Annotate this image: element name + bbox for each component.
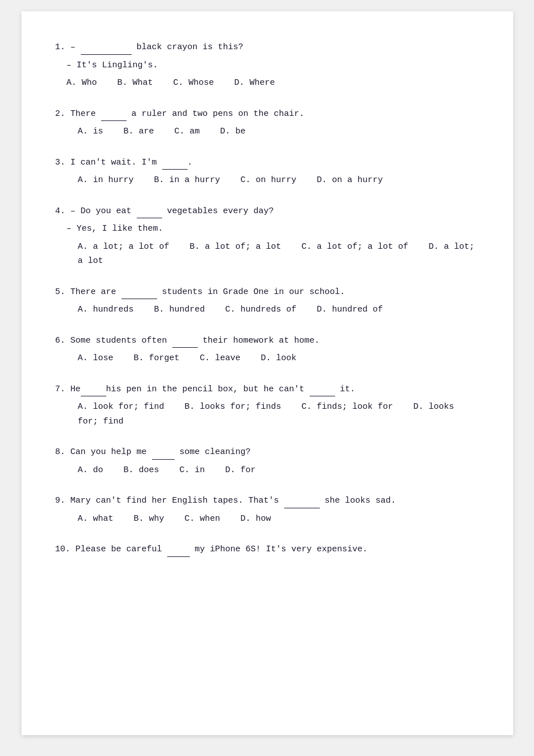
q7-blank1	[81, 382, 106, 397]
q6-options: A. lose B. forget C. leave D. look	[78, 351, 479, 366]
q6-main: 6. Some students often their homework at…	[55, 333, 479, 348]
question-7: 7. He his pen in the pencil box, but he …	[55, 382, 479, 429]
question-2: 2. There a ruler and two pens on the cha…	[55, 106, 479, 139]
q7-blank2	[310, 382, 335, 397]
q10-main: 10. Please be careful my iPhone 6S! It's…	[55, 542, 479, 557]
q1-options: A. Who B. What C. Whose D. Where	[67, 76, 479, 90]
q5-options: A. hundreds B. hundred C. hundreds of D.…	[78, 303, 479, 317]
q8-options: A. do B. does C. in D. for	[78, 463, 479, 478]
q1-main: 1. – black crayon is this?	[55, 40, 479, 55]
q5-blank	[121, 284, 157, 300]
question-10: 10. Please be careful my iPhone 6S! It's…	[55, 542, 479, 557]
question-8: 8. Can you help me some cleaning? A. do …	[55, 444, 479, 477]
page: 1. – black crayon is this? – It's Lingli…	[21, 11, 513, 735]
q7-options: A. look for; find B. looks for; finds C.…	[78, 400, 479, 429]
q1-blank	[81, 40, 132, 55]
q9-options: A. what B. why C. when D. how	[78, 512, 479, 526]
q3-blank	[162, 155, 188, 170]
q8-blank	[152, 444, 175, 460]
q1-sub: – It's Lingling's.	[67, 58, 479, 73]
q4-options: A. a lot; a lot of B. a lot of; a lot C.…	[78, 240, 479, 269]
q3-main: 3. I can't wait. I'm .	[55, 155, 479, 170]
q6-blank	[172, 333, 198, 348]
question-9: 9. Mary can't find her English tapes. Th…	[55, 493, 479, 526]
q5-main: 5. There are students in Grade One in ou…	[55, 284, 479, 300]
q8-main: 8. Can you help me some cleaning?	[55, 444, 479, 460]
q2-main: 2. There a ruler and two pens on the cha…	[55, 106, 479, 122]
question-6: 6. Some students often their homework at…	[55, 333, 479, 366]
q2-blank	[101, 106, 127, 122]
q4-main: 4. – Do you eat vegetables every day?	[55, 204, 479, 219]
q3-options: A. in hurry B. in a hurry C. on hurry D.…	[78, 173, 479, 188]
question-5: 5. There are students in Grade One in ou…	[55, 284, 479, 317]
q7-main: 7. He his pen in the pencil box, but he …	[55, 382, 479, 397]
question-3: 3. I can't wait. I'm . A. in hurry B. in…	[55, 155, 479, 188]
q2-options: A. is B. are C. am D. be	[78, 124, 479, 139]
q10-blank	[167, 542, 190, 557]
q4-sub: – Yes, I like them.	[67, 222, 479, 236]
q4-blank	[137, 204, 162, 219]
q9-main: 9. Mary can't find her English tapes. Th…	[55, 493, 479, 508]
q9-blank	[284, 493, 320, 508]
question-4: 4. – Do you eat vegetables every day? – …	[55, 204, 479, 269]
question-1: 1. – black crayon is this? – It's Lingli…	[55, 40, 479, 90]
